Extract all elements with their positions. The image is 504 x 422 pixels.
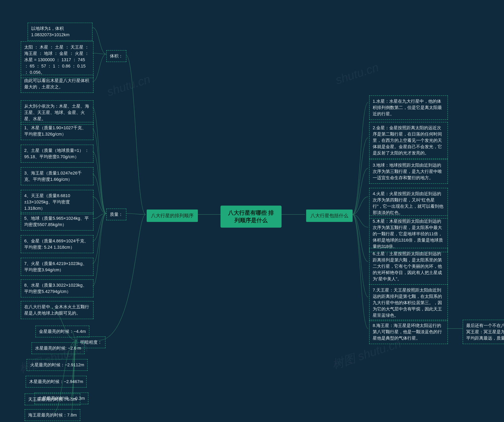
subtopic-volume[interactable]: 体积：	[106, 50, 126, 62]
brightness-item[interactable]: 火星最亮的时候：−2.9112m	[27, 359, 88, 371]
mass-item[interactable]: 8、水星（质量3.3022×1023kg、平均密度5.42794g/cm）	[21, 279, 94, 298]
planet-item-earth[interactable]: 3.地球：地球按照距太阳由近到远的次序为第三颗行星，是九大行星中唯一适宜生命生存…	[369, 159, 448, 184]
mass-item[interactable]: 3、海王星（质量1.0247e26千克、平均密度1.66g/cm）	[21, 167, 94, 185]
watermark: shutu.cn	[105, 72, 152, 99]
mass-item[interactable]: 4、天王星（质量8.6810 ±13×1025kg、平均密度1.318cm）	[21, 190, 94, 214]
mindmap-canvas: shutu.cn 树图 shutu.cn shutu.cn 树图 shutu.c…	[0, 0, 504, 422]
brightness-item[interactable]: 海王星最亮的时候：7.8m	[25, 409, 80, 421]
mass-item[interactable]: 从大到小依次为：木星、土星、海王星、天王星、地球、金星、火星、水星。	[21, 100, 94, 125]
brightness-item[interactable]: 木星最亮的时候：−2.9467m	[26, 376, 87, 387]
mass-item[interactable]: 2、土星（质量（地球质量=1） ：95.18、平均密度0.70g/cm）	[21, 145, 94, 163]
brightness-item[interactable]: 在八大行星中，金木水火土五颗行星是人类地球上肉眼可见的。	[21, 301, 94, 319]
planet-item-uranus[interactable]: 7.天王星：天王星按照距太阳由近到远的距离排列是第七颗，在太阳系的九大行星中他的…	[369, 284, 448, 321]
left-category[interactable]: 八大行星的排列顺序	[147, 210, 198, 222]
volume-item[interactable]: 由此可以看出木星是八大行星体积最大的，土星次之。	[21, 75, 94, 93]
planet-item-saturn[interactable]: 6.土星：土星按照距太阳由近到远的距离排列是第六颗，是太阳系里的第二大行星，它有…	[369, 248, 448, 285]
mass-item[interactable]: 1、木星（质量1.90×1027千克、平均密度1.326g/cm）	[21, 122, 94, 140]
brightness-item[interactable]: 水星最亮的时候: −2.6 m	[31, 342, 85, 354]
mass-item[interactable]: 5、地球（质量5.965×1024kg、平均密度5507.85kg/m）	[21, 212, 94, 231]
brightness-item[interactable]: 金星最亮的时候：−4.4m	[36, 326, 89, 337]
mass-item[interactable]: 7、火星（质量6.4219×1023kg、平均密度3.94g/cm）	[21, 258, 94, 276]
watermark: shutu.cn	[334, 60, 380, 87]
right-category[interactable]: 八大行星包括什么	[306, 210, 353, 222]
volume-item[interactable]: 太阳 ： 木星 ： 土星 ： 天王星 ： 海王星 ： 地球 ： 金星 ： 火星 …	[21, 41, 94, 78]
planet-item-pluto-extra[interactable]: 最后还有一个不在八大行星之列的：冥王星：冥王星是九大行星中离太阳平均距离最远，质…	[463, 320, 504, 344]
planet-item-jupiter[interactable]: 5.木星：木星按照距太阳由近到远的次序为第五颗行星，是太阳系中最大的一颗行星，它…	[369, 215, 448, 252]
planet-item-mars[interactable]: 4.火星：火星按照距太阳由近到远的次序为第四颗行星，又叫“红色星行”，它一出现在…	[369, 188, 448, 219]
root-node[interactable]: 八大行星有哪些 排列顺序是什么	[221, 205, 282, 228]
mass-item[interactable]: 6、金星（质量4.869×1024千克、平均密度: 5.24 1.318cm）	[21, 235, 94, 253]
planet-item-venus[interactable]: 2.金星：金星按照距离太阳的远近次序是第二颗行星，在日落的任何时间里，在西方的上…	[369, 122, 448, 159]
planet-item-neptune[interactable]: 8.海王星：海王星是环绕太阳运行的第八可颗行星，他是一颗淡蓝色的行星他是典型的气…	[369, 320, 448, 344]
brightness-item[interactable]: 天王星最亮的时候：5.5m	[25, 393, 80, 405]
planet-item-mercury[interactable]: 1.水星：水星在九大行星中，他的体积排列倒数第二，但是它是离太阳最近的行星。	[369, 95, 448, 120]
volume-item[interactable]: 以地球为1，体积1.0832073×1012km	[28, 23, 93, 41]
subtopic-mass[interactable]: 质量：	[106, 209, 126, 220]
